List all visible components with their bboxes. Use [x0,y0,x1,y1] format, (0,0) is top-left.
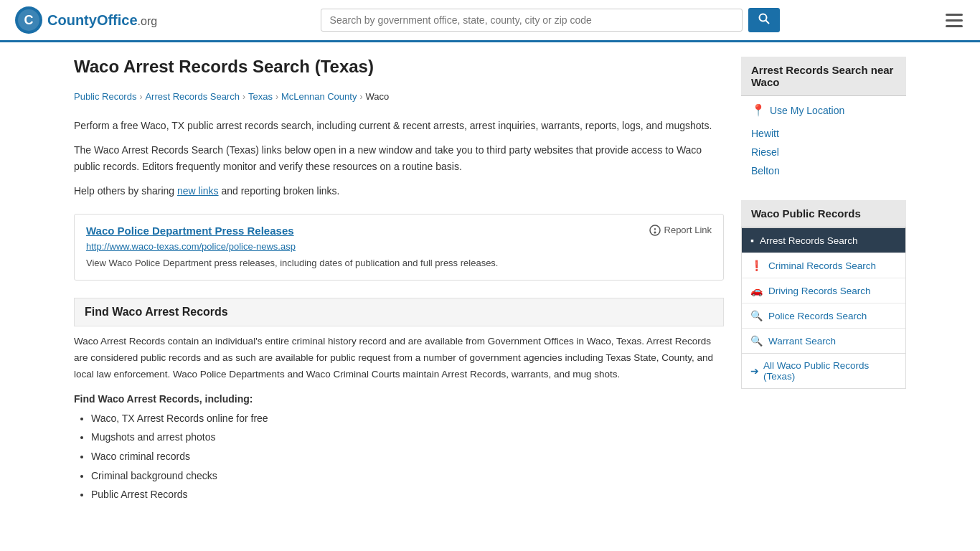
nearby-link-belton: Belton [751,161,896,180]
logo-area: C CountyOffice.org [14,6,157,34]
sidebar-records-list: ▪ Arrest Records Search ❗ Criminal Recor… [741,227,906,354]
sidebar-record-criminal: ❗ Criminal Records Search [742,253,905,278]
link-card-url[interactable]: http://www.waco-texas.com/police/police-… [86,241,712,252]
sidebar-record-police: 🔍 Police Records Search [742,303,905,329]
menu-button[interactable] [943,11,966,30]
sidebar-public-records-heading: Waco Public Records [741,200,906,227]
driving-label: Driving Records Search [768,286,871,296]
menu-line [946,14,963,16]
list-item: Criminal background checks [91,466,724,486]
search-area [321,8,780,32]
breadcrumb-sep: › [242,92,245,102]
find-section-heading: Find Waco Arrest Records [74,298,724,326]
all-records-link[interactable]: ➔ All Waco Public Records (Texas) [741,354,906,389]
breadcrumb-public-records[interactable]: Public Records [74,91,136,102]
description-para2: The Waco Arrest Records Search (Texas) l… [74,142,724,174]
svg-point-7 [654,232,656,233]
sidebar-record-arrest: ▪ Arrest Records Search [742,228,905,253]
breadcrumb: Public Records › Arrest Records Search ›… [74,87,724,106]
nearby-link-hewitt: Hewitt [751,124,896,143]
report-icon [649,225,661,236]
report-link-button[interactable]: Report Link [649,225,712,236]
breadcrumb-sep: › [359,92,362,102]
breadcrumb-mclennan-county[interactable]: McLennan County [281,91,357,102]
nearby-links: Hewitt Riesel Belton [751,124,896,180]
warrant-icon: 🔍 [750,335,763,347]
police-label: Police Records Search [768,311,867,321]
criminal-icon: ❗ [750,260,763,271]
list-item: Public Arrest Records [91,485,724,504]
description-para1: Perform a free Waco, TX public arrest re… [74,118,724,133]
arrow-icon: ➔ [750,365,759,377]
link-card: Waco Police Department Press Releases Re… [74,214,724,281]
menu-line [946,19,963,22]
search-input[interactable] [321,9,743,32]
breadcrumb-sep: › [275,92,278,102]
location-pin-icon: 📍 [751,103,765,117]
logo-icon: C [14,6,43,34]
sidebar-public-records: Waco Public Records ▪ Arrest Records Sea… [741,200,906,389]
find-section-body: Waco Arrest Records contain an individua… [74,334,724,383]
arrest-icon: ▪ [750,235,754,246]
find-section-list-heading: Find Waco Arrest Records, including: [74,393,724,405]
svg-text:C: C [24,13,34,27]
search-button[interactable] [748,8,780,32]
content-wrapper: Waco Arrest Records Search (Texas) Publi… [60,42,920,519]
driving-icon: 🚗 [750,285,763,296]
list-item: Waco criminal records [91,447,724,466]
sidebar-nearby-heading: Arrest Records Search near Waco [741,57,906,96]
warrant-label: Warrant Search [768,336,836,347]
sidebar-record-warrant: 🔍 Warrant Search [742,329,905,353]
sidebar: Arrest Records Search near Waco 📍 Use My… [741,57,906,504]
report-link-label: Report Link [664,225,712,235]
sidebar-nearby: 📍 Use My Location Hewitt Riesel Belton [741,96,906,187]
svg-point-3 [759,14,766,22]
menu-line [946,25,963,27]
breadcrumb-sep: › [139,92,142,102]
criminal-label: Criminal Records Search [768,260,876,271]
logo-text: CountyOffice.org [47,12,157,29]
main-content: Waco Arrest Records Search (Texas) Publi… [74,57,724,504]
find-section-list: Waco, TX Arrest Records online for free … [91,409,724,504]
list-item: Waco, TX Arrest Records online for free [91,409,724,428]
nearby-link-riesel: Riesel [751,143,896,161]
breadcrumb-arrest-records-search[interactable]: Arrest Records Search [145,91,240,102]
breadcrumb-texas[interactable]: Texas [248,91,273,102]
new-links-link[interactable]: new links [177,185,219,197]
link-card-header: Waco Police Department Press Releases Re… [86,225,712,237]
arrest-label: Arrest Records Search [760,235,858,246]
link-card-title[interactable]: Waco Police Department Press Releases [86,225,294,237]
police-icon: 🔍 [750,310,763,321]
search-icon [758,13,770,24]
use-location-row[interactable]: 📍 Use My Location [751,103,896,117]
all-records-label: All Waco Public Records (Texas) [763,360,897,382]
svg-line-4 [765,21,769,24]
breadcrumb-current: Waco [365,91,389,102]
use-my-location-link[interactable]: Use My Location [770,105,844,116]
description-para3: Help others by sharing new links and rep… [74,183,724,199]
link-card-description: View Waco Police Department press releas… [86,256,712,270]
header: C CountyOffice.org [0,0,980,42]
list-item: Mugshots and arrest photos [91,428,724,447]
page-title: Waco Arrest Records Search (Texas) [74,57,724,77]
sidebar-record-driving: 🚗 Driving Records Search [742,278,905,303]
